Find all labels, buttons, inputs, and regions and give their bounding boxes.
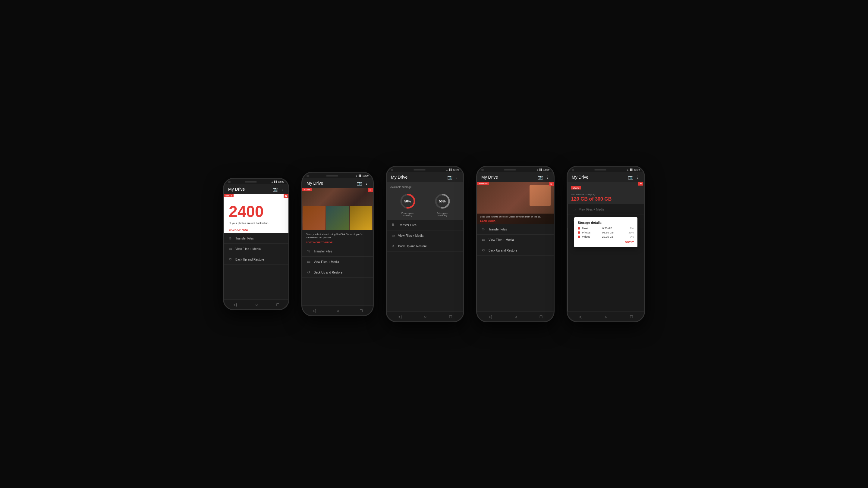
home-nav-icon[interactable]: ○ (424, 314, 427, 319)
more-icon[interactable]: ⋮ (545, 175, 550, 180)
phone5-top-bar: ▲ ▋▋ 12:30 (567, 167, 644, 172)
photos-dot (578, 231, 580, 234)
back-nav-icon[interactable]: ◁ (233, 302, 237, 307)
n-badge: N (638, 182, 643, 186)
camera-icon[interactable]: 📷 (273, 187, 278, 192)
menu-item-files[interactable]: ▭ View Files + Media (477, 235, 554, 245)
status-time: 12:30 (278, 181, 284, 183)
recents-nav-icon[interactable]: □ (360, 308, 362, 313)
menu-list: ⇅ Transfer Files ▭ View Files + Media ↺ … (387, 220, 463, 312)
menu-item-transfer[interactable]: ⇅ Transfer Files (224, 233, 288, 244)
back-nav-icon[interactable]: ◁ (398, 314, 401, 319)
menu-item-backup[interactable]: ↺ Back Up and Restore (477, 245, 554, 256)
n-badge: N (284, 194, 288, 198)
app-title: My Drive (572, 175, 588, 180)
back-up-now-link[interactable]: BACK UP NOW (229, 228, 284, 231)
camera-dot (228, 181, 230, 183)
bottom-nav: ◁ ○ □ (302, 305, 373, 315)
speaker (245, 181, 257, 183)
stats-badge: Stats (302, 188, 312, 191)
more-icon[interactable]: ⋮ (636, 175, 640, 180)
backup-icon: ↺ (307, 270, 311, 274)
menu-item-backup[interactable]: ↺ Back Up and Restore (387, 241, 463, 252)
stream-photo (530, 185, 551, 206)
menu-item-transfer[interactable]: ⇅ Transfer Files (302, 246, 373, 257)
app-title: My Drive (391, 175, 407, 180)
status-time: 12:30 (544, 168, 550, 171)
back-nav-icon[interactable]: ◁ (313, 308, 316, 313)
recents-nav-icon[interactable]: □ (630, 314, 632, 319)
load-media-link[interactable]: LOAD MEDIA (480, 220, 551, 222)
photos-label: Photos (582, 231, 590, 234)
recents-nav-icon[interactable]: □ (540, 314, 542, 319)
menu-item-transfer[interactable]: ⇅ Transfer Files (387, 220, 463, 230)
home-nav-icon[interactable]: ○ (337, 308, 339, 313)
storage-title: Available Storage (390, 186, 460, 189)
status-time: 12:30 (634, 168, 640, 171)
menu-item-backup[interactable]: ↺ Back Up and Restore (302, 267, 373, 278)
status-bar: ▲ ▋▋ 12:30 (355, 174, 369, 177)
circle-label: Phone spaceremaining (401, 212, 414, 216)
big-number: 2400 (229, 204, 284, 219)
music-label: Music (582, 227, 589, 230)
stats-badge: Stats (224, 194, 234, 197)
home-nav-icon[interactable]: ○ (515, 314, 517, 319)
home-nav-icon[interactable]: ○ (605, 314, 607, 319)
more-icon[interactable]: ⋮ (280, 187, 284, 192)
menu-item-files[interactable]: ▭ View Files + Media (387, 230, 463, 241)
phone-storage-circle: 50% Phone spaceremaining (399, 192, 417, 216)
more-icon[interactable]: ⋮ (364, 181, 369, 186)
camera-icon[interactable]: 📷 (628, 175, 633, 180)
photo-card: Stats N (302, 188, 373, 230)
backup-icon: ↺ (391, 244, 395, 248)
copy-more-link[interactable]: COPY MORE TO DRIVE (306, 241, 369, 244)
camera-icon[interactable]: 📷 (447, 175, 453, 180)
phone2-top-bar: ▲ ▋▋ 12:30 (302, 173, 373, 178)
transfer-icon: ⇅ (228, 236, 232, 240)
camera-icon[interactable]: 📷 (357, 181, 362, 186)
app-title: My Drive (481, 175, 498, 180)
recents-nav-icon[interactable]: □ (277, 302, 279, 307)
phone-5: ▲ ▋▋ 12:30 My Drive 📷 ⋮ Stats N Last Bac… (567, 166, 645, 322)
signal-icon: ▋▋ (449, 169, 452, 171)
photo-card-text: Since you first started using SanDisk Co… (302, 230, 373, 246)
menu-item-files[interactable]: ▭ View Files + Media (302, 257, 373, 267)
menu-item-backup[interactable]: ↺ Back Up and Restore (224, 254, 288, 265)
menu-label: View Files + Media (489, 238, 514, 241)
n-badge: N (368, 188, 373, 192)
more-icon[interactable]: ⋮ (455, 175, 459, 180)
camera-icon[interactable]: 📷 (538, 175, 543, 180)
app-header: My Drive 📷 ⋮ (302, 178, 373, 188)
circle-container: 50% (399, 192, 417, 210)
last-backup-text: Last Backup • 10 days ago (571, 191, 641, 196)
got-it-button[interactable]: GOT IT (578, 241, 634, 244)
phone4-top-bar: ▲ ▋▋ 12:30 (477, 167, 554, 172)
status-bar: ▲ ▋▋ 12:30 (271, 181, 284, 183)
back-nav-icon[interactable]: ◁ (579, 314, 582, 319)
signal-icon: ▋▋ (359, 175, 362, 177)
stream-card: Stream N Load your favorite photos or vi… (477, 182, 554, 224)
recents-nav-icon[interactable]: □ (450, 314, 452, 319)
storage-row-left: Photos (578, 231, 590, 234)
menu-item-files[interactable]: ▭ View Files + Media (224, 244, 288, 254)
wifi-icon: ▲ (536, 169, 538, 171)
menu-item-transfer[interactable]: ⇅ Transfer Files (477, 224, 554, 235)
storage-popup: Storage details Music 0.75 GB 2% Photos … (574, 217, 638, 247)
music-pct: 2% (627, 227, 634, 230)
menu-label: View Files + Media (398, 234, 424, 237)
menu-label: Back Up and Restore (398, 245, 427, 248)
phone3-top-bar: ▲ ▋▋ 12:30 (387, 167, 463, 172)
videos-dot (578, 235, 580, 238)
menu-label-backup: Back Up and Restore (236, 258, 264, 261)
back-nav-icon[interactable]: ◁ (489, 314, 492, 319)
header-icons: 📷 ⋮ (273, 187, 284, 192)
photo-desc: Since you first started using SanDisk Co… (306, 233, 369, 239)
transfer-icon: ⇅ (391, 223, 395, 227)
photo-bg (302, 188, 373, 230)
backup-icon: ↺ (481, 248, 486, 253)
home-nav-icon[interactable]: ○ (255, 302, 258, 307)
menu-list: ⇅ Transfer Files ▭ View Files + Media ↺ … (477, 224, 554, 312)
speaker (413, 169, 426, 170)
files-icon: ▭ (572, 207, 576, 212)
speaker (594, 169, 607, 170)
